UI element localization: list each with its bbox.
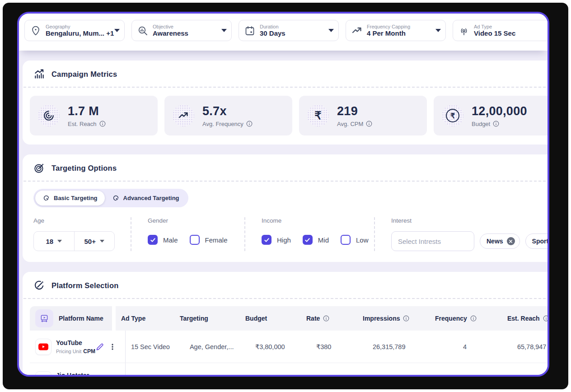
info-icon[interactable]	[99, 121, 106, 127]
info-icon[interactable]	[493, 121, 499, 127]
info-icon[interactable]	[543, 315, 549, 322]
cell-rate: ₹380	[311, 331, 367, 363]
age-label: Age	[33, 217, 131, 224]
table-row-jio-hotstar[interactable]: Jio Hotstar Pricing UnitCPM 15 Sec Video…	[30, 363, 549, 377]
platform-name: Jio Hotstar	[56, 372, 95, 377]
tab-basic-targeting[interactable]: Basic Targeting	[35, 191, 105, 205]
checkbox-low[interactable]: Low	[341, 235, 369, 245]
section-title: Platform Selection	[51, 281, 118, 290]
location-pin-icon	[30, 25, 41, 36]
app-window: Geography Bengaluru, Mum... +1 Objective…	[17, 12, 549, 377]
checkbox-label: Mid	[318, 236, 329, 244]
chevron-down-icon	[435, 29, 441, 32]
filter-value: Video 15 Sec	[474, 29, 515, 37]
filter-duration[interactable]: Duration 30 Days	[239, 20, 339, 41]
checkbox-male[interactable]: Male	[148, 235, 178, 245]
interest-label: Interest	[391, 217, 549, 224]
age-from-dropdown[interactable]: 18	[34, 232, 74, 251]
cell-targeting: Age, Gender,...	[184, 331, 250, 363]
filter-label: Objective	[153, 24, 188, 30]
metric-value: 1.7 M	[68, 104, 106, 118]
table-row-youtube[interactable]: YouTube Pricing UnitCPM 15 Sec Video Age…	[30, 331, 549, 363]
trend-up-icon	[351, 25, 362, 36]
target-dart-icon	[33, 162, 45, 174]
divider	[112, 306, 116, 331]
cell-budget: ₹3,80,000	[250, 363, 311, 377]
chip-label: News	[487, 238, 503, 245]
age-to-dropdown[interactable]: 50+	[74, 232, 115, 251]
kebab-menu-icon[interactable]	[109, 376, 116, 377]
checkbox-high[interactable]: High	[262, 235, 291, 245]
cell-frequency: 4	[440, 363, 512, 377]
cell-impressions: 26,315,789	[367, 331, 440, 363]
checkbox-checked-icon	[148, 235, 158, 245]
tab-advanced-targeting[interactable]: Advanced Targeting	[105, 191, 187, 205]
filter-objective[interactable]: Objective Awareness	[131, 20, 232, 41]
metric-avg-cpm: ₹ 219 Avg. CPM	[299, 96, 427, 135]
filter-value: Bengaluru, Mum... +1	[46, 29, 114, 37]
filter-value: 30 Days	[260, 29, 286, 37]
info-icon[interactable]	[366, 121, 372, 127]
metric-value: 5.7x	[202, 104, 253, 118]
platform-table: Platform Name Ad Type Targeting Budget R…	[23, 299, 549, 377]
filter-value: Awareness	[153, 29, 188, 37]
chevron-down-icon	[328, 29, 334, 32]
filter-frequency-capping[interactable]: Frequency Capping 4 Per Month	[346, 20, 446, 41]
cell-ad-type: 15 Sec Video	[126, 331, 184, 363]
metric-avg-frequency: 5.7x Avg. Frequency	[164, 96, 292, 135]
column-rate: Rate	[301, 306, 357, 331]
platform-name: YouTube	[56, 339, 95, 346]
rupee-icon: ₹	[307, 105, 329, 126]
filter-ad-type[interactable]: Ad Type Video 15 Sec	[453, 20, 549, 41]
targeting-options-card: Targeting Options Basic Targeting Advanc…	[23, 154, 549, 262]
column-frequency: Frequency	[430, 306, 502, 331]
trend-up-icon	[178, 110, 189, 121]
metric-budget: ₹ 12,00,000 Budget	[434, 96, 549, 135]
filter-value: 4 Per Month	[367, 29, 410, 37]
rupee-circle-icon: ₹	[442, 105, 463, 126]
edit-pencil-icon[interactable]	[95, 342, 104, 351]
metric-label: Est. Reach	[68, 121, 97, 127]
kebab-menu-icon[interactable]	[109, 343, 116, 350]
checkbox-female[interactable]: Female	[190, 235, 228, 245]
chevron-down-icon	[57, 240, 62, 243]
chevron-down-icon	[221, 29, 227, 32]
column-budget: Budget	[240, 306, 301, 331]
info-icon[interactable]	[323, 315, 329, 322]
info-icon[interactable]	[403, 315, 409, 322]
info-icon[interactable]	[246, 121, 253, 127]
age-range-picker: 18 50+	[33, 231, 115, 251]
info-icon[interactable]	[470, 315, 477, 322]
column-targeting: Targeting	[174, 306, 240, 331]
column-impressions: Impressions	[357, 306, 430, 331]
jio-hotstar-logo	[35, 371, 51, 377]
cell-rate: ₹380	[311, 363, 367, 377]
section-title: Campaign Metrics	[51, 70, 117, 79]
checkbox-unchecked-icon	[190, 235, 200, 245]
youtube-logo	[35, 339, 51, 355]
broadcast-icon	[459, 25, 469, 36]
cell-budget: ₹3,80,000	[250, 331, 311, 363]
column-ad-type: Ad Type	[116, 306, 174, 331]
cursor-click-icon	[112, 194, 120, 202]
reach-target-icon	[43, 110, 55, 121]
refresh-arrow-icon	[33, 280, 45, 291]
remove-chip-icon[interactable]	[507, 237, 515, 245]
edit-pencil-icon[interactable]	[95, 375, 104, 377]
filter-toolbar: Geography Bengaluru, Mum... +1 Objective…	[19, 14, 548, 51]
metric-label: Budget	[472, 121, 490, 127]
column-label: Platform Name	[59, 315, 103, 322]
income-label: Income	[262, 217, 374, 224]
chevron-down-icon	[100, 240, 104, 243]
chip-news: News	[480, 233, 520, 249]
metric-est-reach: 1.7 M Est. Reach	[30, 96, 158, 135]
filter-label: Frequency Capping	[367, 24, 410, 30]
campaign-metrics-card: Campaign Metrics 1.7 M Est. Reach 5.7x A…	[23, 61, 549, 145]
interest-select-input[interactable]	[391, 231, 474, 251]
chip-label: Sports	[532, 238, 549, 245]
cursor-click-icon	[42, 194, 50, 202]
filter-geography[interactable]: Geography Bengaluru, Mum... +1	[24, 20, 125, 41]
checkbox-mid[interactable]: Mid	[303, 235, 329, 245]
metric-label: Avg. Frequency	[202, 121, 243, 127]
cell-est-reach: 65,78,947	[512, 363, 549, 377]
